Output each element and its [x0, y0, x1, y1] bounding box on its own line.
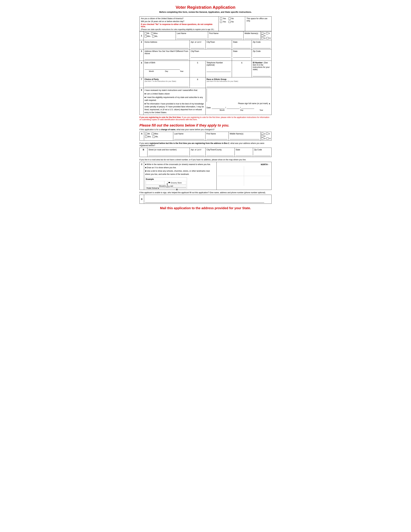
a-iv-checkbox[interactable] [267, 137, 268, 140]
a-mr-checkbox[interactable] [145, 133, 147, 135]
sign-prompt: Please sign full name (or put mark) ▲ [207, 102, 270, 104]
city-label3: City/Town [191, 50, 231, 52]
a-mr-label: Mr. [148, 133, 150, 135]
b-street-field[interactable] [148, 153, 189, 156]
b-zip-field[interactable] [254, 153, 270, 156]
a-jr-checkbox[interactable] [261, 133, 263, 135]
zip-field3[interactable] [253, 54, 270, 57]
a-last-name-field[interactable] [174, 136, 204, 139]
date-day-field[interactable] [227, 106, 239, 109]
map-quadrant-2[interactable] [244, 166, 270, 176]
signature-area[interactable] [207, 89, 270, 102]
date-month-field[interactable] [212, 106, 225, 109]
iv-checkbox[interactable] [267, 37, 268, 39]
question1-text: Are you a citizen of the United States o… [141, 17, 217, 20]
map-quadrant-4[interactable] [244, 176, 270, 186]
row2-num: 2 [140, 40, 143, 49]
north-label: NORTH ↑ [218, 163, 270, 166]
prev-address-info: If you were registered before but this i… [139, 142, 272, 147]
map-quadrant-1[interactable] [218, 166, 244, 176]
b-zip-label: Zip Code [254, 149, 270, 151]
a-mrs-checkbox[interactable] [145, 136, 147, 138]
map-quadrant-3[interactable] [218, 176, 244, 186]
a-miss-checkbox[interactable] [152, 133, 154, 135]
row1-titles: Mr. Miss [144, 32, 175, 35]
rural-info: If you live in a rural area but do not h… [139, 159, 272, 161]
first-time-notice: If you are registering to vote for the f… [139, 116, 272, 121]
home-address-label: Home Address [144, 41, 189, 43]
race-field[interactable] [207, 84, 270, 87]
note-text: (Please see state-specific instructions … [141, 28, 217, 30]
date-year-field[interactable] [241, 106, 254, 109]
example-label: Example [146, 178, 186, 180]
oath-bullet3: ■ The information I have provided is tru… [144, 102, 205, 114]
oath-bullet2: ■ I meet the eligibility requirements of… [144, 96, 205, 102]
b-apt-field[interactable] [191, 153, 204, 156]
yes2-label: Yes [223, 21, 226, 23]
city-field3[interactable] [191, 54, 231, 57]
yes1-checkbox[interactable] [220, 18, 222, 20]
miss-checkbox[interactable] [151, 32, 153, 35]
ii-label: II [269, 32, 270, 34]
b-city-field[interactable] [207, 153, 234, 156]
last-name-label: Last Name [177, 32, 207, 35]
a-sr-checkbox[interactable] [261, 137, 263, 140]
oath-bullet1: ■ I am a United States citizen [144, 92, 205, 95]
zip-field2[interactable] [253, 45, 270, 48]
mr-checkbox[interactable] [144, 32, 147, 35]
city-label2: City/Town [207, 41, 231, 43]
office-use-label: This space for office use only. [247, 17, 268, 22]
b-state-field[interactable] [236, 153, 252, 156]
row4-num: 4 [140, 61, 143, 77]
zip-label2: Zip Code [253, 41, 270, 43]
b-apt-label: Apt. or Lot # [191, 149, 204, 151]
change-name-info: If this application is for a change of n… [139, 128, 272, 131]
sr-checkbox[interactable] [261, 37, 263, 39]
mail-address-label: Address Where You Get Your Mail If Diffe… [144, 50, 189, 55]
state-label2: State [233, 41, 251, 43]
section-below-header: Please fill out the sections below if th… [139, 123, 272, 127]
a-iii-checkbox[interactable] [261, 135, 263, 137]
ms-label: Ms. [155, 35, 158, 37]
a-first-name-field[interactable] [206, 136, 228, 139]
first-name-field[interactable] [209, 36, 242, 39]
date-row: Date: / / [207, 106, 270, 109]
party-field[interactable] [144, 84, 189, 87]
dob-field[interactable] [144, 66, 180, 70]
home-address-field[interactable] [144, 45, 189, 48]
rowd-field[interactable] [144, 195, 272, 204]
id-field[interactable] [253, 73, 270, 76]
city-field2[interactable] [207, 45, 231, 48]
jr-checkbox[interactable] [261, 32, 263, 34]
year-label9: Year [252, 109, 271, 111]
apt-label2: Apt. or Lot # [191, 41, 204, 43]
apt-field2[interactable] [191, 45, 204, 48]
middle-name-field[interactable] [245, 36, 259, 39]
a-middle-name-field[interactable] [230, 136, 259, 139]
phone-field[interactable] [207, 69, 231, 72]
sr-label: Sr [264, 37, 266, 39]
ms-checkbox[interactable] [152, 35, 154, 37]
party-label: Choice of Party [144, 78, 189, 80]
state-field3[interactable] [233, 54, 251, 57]
mail-address-field[interactable] [144, 57, 189, 60]
miss-label: Miss [153, 32, 158, 35]
row3-num: 3 [140, 49, 143, 61]
rowd-letter: D [140, 195, 144, 204]
iii-checkbox[interactable] [261, 35, 263, 37]
no2-checkbox[interactable] [229, 21, 231, 23]
iv-label: IV [269, 37, 271, 39]
map-example: Example Grocery Store Route #2 Woodchuck… [145, 177, 187, 189]
ii-checkbox[interactable] [266, 32, 268, 34]
mrs-label: Mrs. [147, 35, 151, 37]
x-mark: X [168, 188, 186, 189]
mrs-checkbox[interactable] [144, 35, 147, 37]
a-ms-checkbox[interactable] [153, 136, 155, 138]
no1-checkbox[interactable] [229, 18, 231, 20]
rowa-titles: Mr. Miss [145, 133, 172, 135]
last-name-field[interactable] [177, 36, 207, 39]
page-title: Voter Registration Application [139, 5, 272, 10]
state-field2[interactable] [233, 45, 251, 48]
a-ii-checkbox[interactable] [266, 133, 268, 135]
yes2-checkbox[interactable] [220, 21, 222, 23]
